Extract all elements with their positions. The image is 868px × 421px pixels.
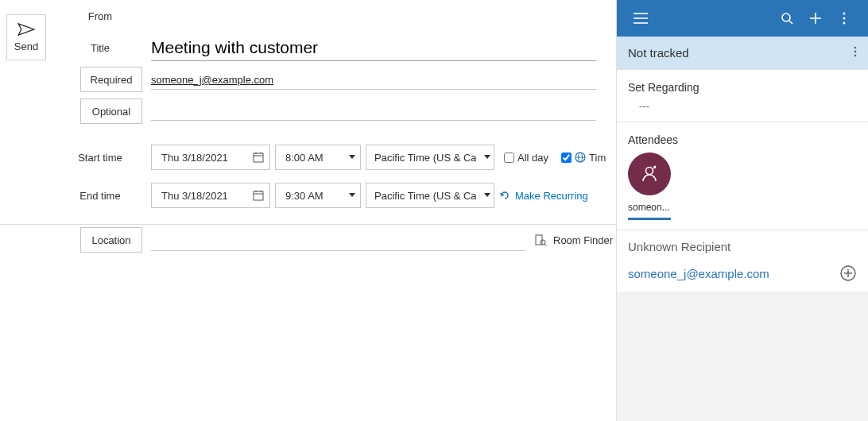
required-button[interactable]: Required bbox=[80, 67, 142, 92]
from-label: From bbox=[54, 10, 146, 22]
timezones-label: Tim bbox=[589, 152, 606, 164]
set-regarding-section[interactable]: Set Regarding --- bbox=[617, 70, 868, 122]
end-time-picker[interactable]: 9:30 AM bbox=[275, 183, 361, 208]
chevron-down-icon bbox=[484, 155, 490, 160]
svg-rect-0 bbox=[254, 153, 263, 162]
location-input[interactable] bbox=[151, 229, 525, 251]
svg-point-26 bbox=[854, 55, 857, 57]
svg-point-25 bbox=[854, 51, 857, 53]
end-date-picker[interactable]: Thu 3/18/2021 bbox=[151, 183, 270, 208]
start-time-label: Start time bbox=[54, 152, 146, 164]
search-icon[interactable] bbox=[773, 4, 801, 33]
track-status-bar[interactable]: Not tracked bbox=[617, 37, 868, 70]
location-button[interactable]: Location bbox=[80, 227, 142, 253]
required-recipient[interactable]: someone_j@example.com bbox=[151, 74, 273, 86]
set-regarding-label: Set Regarding bbox=[628, 81, 857, 94]
svg-point-22 bbox=[843, 17, 846, 20]
svg-point-27 bbox=[646, 168, 653, 175]
attendees-section: Attendees someon... bbox=[617, 122, 868, 230]
d365-header bbox=[617, 0, 868, 37]
send-label: Send bbox=[14, 41, 38, 52]
all-day-label: All day bbox=[517, 152, 548, 164]
attendee-name: someon... bbox=[628, 202, 671, 213]
room-finder-link[interactable]: Room Finder bbox=[534, 234, 613, 246]
calendar-icon bbox=[252, 151, 265, 164]
person-icon bbox=[639, 164, 660, 184]
add-recipient-button[interactable] bbox=[839, 265, 857, 282]
set-regarding-value: --- bbox=[628, 100, 857, 112]
add-icon[interactable] bbox=[801, 4, 830, 33]
track-status-text: Not tracked bbox=[628, 46, 689, 60]
optional-field[interactable] bbox=[151, 102, 596, 121]
make-recurring-link[interactable]: Make Recurring bbox=[499, 190, 588, 202]
room-finder-icon bbox=[534, 234, 547, 246]
svg-point-21 bbox=[843, 13, 846, 15]
attendees-label: Attendees bbox=[628, 133, 857, 146]
svg-point-23 bbox=[843, 22, 846, 25]
menu-icon[interactable] bbox=[626, 4, 655, 33]
timezones-checkbox[interactable] bbox=[561, 153, 572, 163]
start-time-picker[interactable]: 8:00 AM bbox=[275, 145, 361, 170]
recurring-icon bbox=[499, 190, 510, 201]
optional-button[interactable]: Optional bbox=[80, 98, 142, 124]
title-label: Title bbox=[54, 42, 146, 54]
unknown-recipient-email[interactable]: someone_j@example.com bbox=[628, 267, 769, 280]
attendee-selected-indicator bbox=[628, 218, 671, 220]
chevron-down-icon bbox=[349, 155, 355, 160]
send-button[interactable]: Send bbox=[6, 14, 46, 60]
end-timezone-picker[interactable]: Pacific Time (US & Canada) bbox=[366, 183, 494, 208]
all-day-checkbox[interactable] bbox=[504, 153, 514, 163]
globe-icon bbox=[575, 152, 586, 163]
unknown-recipient-label: Unknown Recipient bbox=[628, 240, 857, 253]
svg-line-13 bbox=[544, 244, 547, 246]
chevron-down-icon bbox=[349, 193, 355, 198]
start-timezone-picker[interactable]: Pacific Time (US & Canada) bbox=[366, 145, 494, 170]
svg-point-24 bbox=[854, 47, 857, 49]
start-date-picker[interactable]: Thu 3/18/2021 bbox=[151, 145, 270, 170]
unknown-recipient-section: Unknown Recipient someone_j@example.com bbox=[617, 230, 868, 292]
svg-rect-7 bbox=[254, 191, 263, 200]
calendar-icon bbox=[252, 189, 265, 202]
track-options-icon[interactable] bbox=[854, 46, 857, 60]
more-icon[interactable] bbox=[830, 4, 858, 33]
title-input[interactable] bbox=[151, 35, 596, 61]
send-icon bbox=[17, 23, 35, 36]
required-field[interactable]: someone_j@example.com bbox=[151, 69, 596, 90]
svg-line-18 bbox=[789, 21, 792, 24]
attendee-avatar[interactable] bbox=[628, 153, 671, 195]
svg-point-17 bbox=[782, 14, 790, 21]
end-time-label: End time bbox=[54, 190, 146, 202]
chevron-down-icon bbox=[484, 193, 490, 198]
